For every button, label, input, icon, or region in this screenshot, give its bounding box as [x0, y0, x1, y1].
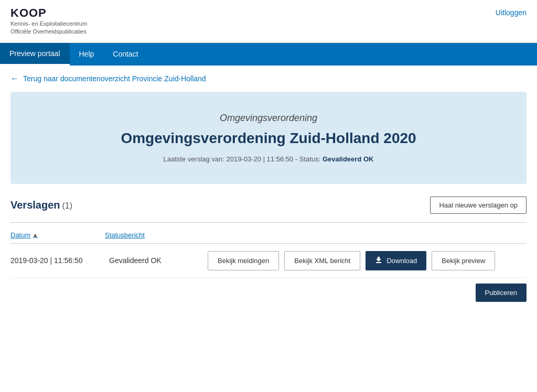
verslagen-table: Datum ▲ Statusbericht 2019-03-20 | 11:56… [10, 222, 527, 307]
publish-row: Publiceren [10, 278, 527, 307]
bekijk-xml-button[interactable]: Bekijk XML bericht [284, 251, 360, 270]
cell-datum: 2019-03-20 | 11:56:50 [10, 256, 105, 265]
section-header: Verslagen (1) Haal nieuwe verslagen op [10, 197, 527, 214]
cell-actions: Bekijk meldingen Bekijk XML bericht Down… [208, 251, 495, 270]
svg-rect-0 [376, 262, 381, 263]
logo-title: KOOP [10, 6, 87, 20]
statusbericht-sort[interactable]: Statusbericht [105, 231, 199, 239]
haal-verslagen-button[interactable]: Haal nieuwe verslagen op [430, 197, 527, 214]
table-row: 2019-03-20 | 11:56:50 Gevalideerd OK Bek… [10, 244, 527, 278]
nav-bar: Preview portaal Help Contact [0, 43, 537, 66]
back-link[interactable]: Terug naar documentenoverzicht Provincie… [23, 74, 206, 83]
doc-title: Omgevingsverordening Zuid-Holland 2020 [21, 130, 516, 147]
logout-link[interactable]: Uitloggen [496, 6, 527, 17]
sort-arrow-icon: ▲ [33, 232, 38, 238]
verslagen-section: Verslagen (1) Haal nieuwe verslagen op D… [0, 197, 537, 307]
back-link-area: ← Terug naar documentenoverzicht Provinc… [0, 66, 537, 92]
bekijk-meldingen-button[interactable]: Bekijk meldingen [208, 251, 279, 270]
download-icon [375, 256, 382, 265]
nav-item-contact[interactable]: Contact [103, 43, 147, 66]
back-arrow-icon: ← [10, 74, 19, 83]
logo-area: KOOP Kennis- en Exploitatiecentrum Offic… [10, 6, 87, 36]
cell-status: Gevalideerd OK [109, 256, 203, 265]
datum-sort[interactable]: Datum ▲ [10, 231, 105, 239]
doc-status: Gevalideerd OK [323, 155, 374, 163]
document-hero: Omgevingsverordening Omgevingsverordenin… [10, 92, 527, 184]
doc-category: Omgevingsverordening [21, 113, 516, 124]
publiceren-button[interactable]: Publiceren [476, 284, 527, 302]
col-header-datum: Datum ▲ [10, 231, 105, 239]
bekijk-preview-button[interactable]: Bekijk preview [432, 251, 495, 270]
table-header-row: Datum ▲ Statusbericht [10, 227, 527, 244]
download-button[interactable]: Download [366, 251, 426, 270]
doc-meta: Laatste verslag van: 2019-03-20 | 11:56:… [21, 155, 516, 163]
nav-item-help[interactable]: Help [70, 43, 104, 66]
logo-subtitle: Kennis- en Exploitatiecentrum Officiële … [10, 20, 87, 36]
section-title: Verslagen (1) [10, 199, 72, 211]
nav-item-preview-portaal[interactable]: Preview portaal [0, 43, 70, 66]
header: KOOP Kennis- en Exploitatiecentrum Offic… [0, 0, 537, 43]
col-header-statusbericht: Statusbericht [105, 231, 199, 239]
